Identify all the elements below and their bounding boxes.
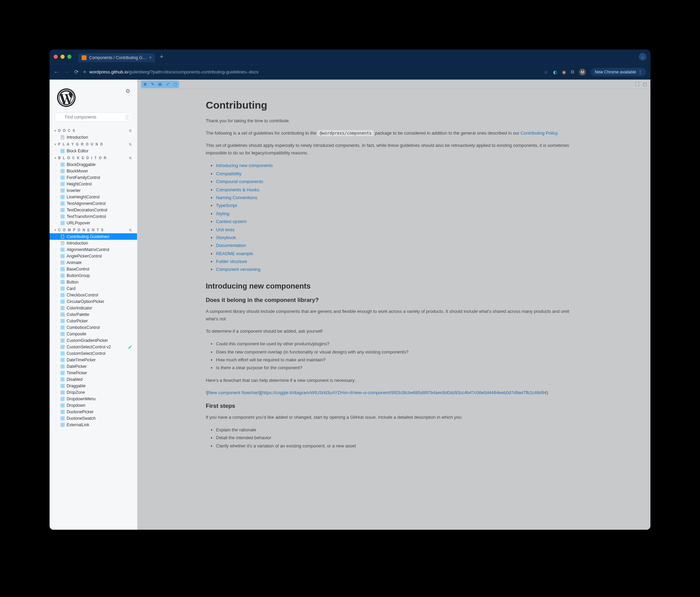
sidebar-item[interactable]: ›DuotoneSwatch xyxy=(50,415,137,421)
toc-link[interactable]: Naming Conventions xyxy=(216,195,257,200)
svg-rect-145 xyxy=(63,391,64,392)
toc-link[interactable]: Unit tests xyxy=(216,227,234,232)
sidebar-item[interactable]: ›AnglePickerControl xyxy=(50,253,137,259)
remount-icon[interactable]: ⊞ xyxy=(142,81,148,87)
sidebar-item[interactable]: ›TextDecorationControl xyxy=(50,207,137,213)
sidebar-item[interactable]: ›ColorPicker xyxy=(50,318,137,324)
toc-link[interactable]: Folder structure xyxy=(216,259,247,264)
toc-link[interactable]: Components & Hooks xyxy=(216,187,259,192)
toc-link[interactable]: Storybook xyxy=(216,235,236,240)
extension-2-icon[interactable]: ◉ xyxy=(562,69,566,75)
sidebar-item[interactable]: ›CustomGradientPicker xyxy=(50,337,137,344)
sidebar-item[interactable]: Contributing Guidelines xyxy=(50,233,137,240)
sidebar-item[interactable]: ›CircularOptionPicker xyxy=(50,298,137,305)
forward-button[interactable]: → xyxy=(64,69,69,75)
bookmark-icon[interactable]: ☆ xyxy=(544,69,548,75)
url-box[interactable]: ≡ wordpress.github.io/gutenberg/?path=/d… xyxy=(83,69,539,74)
fullscreen-icon[interactable]: ⛶ xyxy=(635,82,640,87)
toc-link[interactable]: Component versioning xyxy=(216,267,260,272)
section-header[interactable]: ▾P L A Y G R O U N D⇅ xyxy=(50,140,137,148)
sidebar-item[interactable]: ›ButtonGroup xyxy=(50,272,137,279)
sidebar-item[interactable]: ›ColorIndicator xyxy=(50,305,137,311)
reload-button[interactable]: ⟳ xyxy=(74,69,79,75)
sidebar-item[interactable]: ›Draggable xyxy=(50,383,137,389)
menu-icon[interactable]: ⋮ xyxy=(638,70,642,74)
sidebar-item[interactable]: ›DuotonePicker xyxy=(50,408,137,415)
sidebar-item[interactable]: ›ColorPalette xyxy=(50,311,137,318)
sidebar-item[interactable]: ›TextAlignmentControl xyxy=(50,200,137,207)
sidebar-item[interactable]: ›TextTransformControl xyxy=(50,213,137,220)
outline-icon[interactable]: ▢ xyxy=(172,81,178,87)
sidebar-item[interactable]: ›AlignmentMatrixControl xyxy=(50,246,137,253)
toc-link[interactable]: TypeScript xyxy=(216,203,237,208)
sidebar-item[interactable]: ›LineHeightControl xyxy=(50,194,137,200)
toc-link[interactable]: Compatibility xyxy=(216,171,241,176)
doc-canvas[interactable]: Contributing Thank you for taking the ti… xyxy=(137,89,650,530)
back-button[interactable]: ← xyxy=(54,69,59,75)
minimize-button[interactable] xyxy=(60,55,65,59)
site-info-icon[interactable]: ≡ xyxy=(83,69,86,74)
sidebar-item[interactable]: ›CustomSelectControl v2🧪 xyxy=(50,344,137,350)
svg-rect-77 xyxy=(63,280,64,282)
sidebar-item[interactable]: ›Inserter xyxy=(50,187,137,194)
sidebar-item[interactable]: ›BlockDraggable xyxy=(50,161,137,168)
section-header[interactable]: ▾D O C S⇅ xyxy=(50,127,137,134)
section-header[interactable]: ▾B L O C K E D I T O R⇅ xyxy=(50,154,137,161)
maximize-button[interactable] xyxy=(67,55,71,59)
sidebar-item-label: DropdownMenu xyxy=(67,397,96,401)
sidebar-item[interactable]: ›CheckboxControl xyxy=(50,292,137,298)
sidebar-item[interactable]: ›BlockMover xyxy=(50,168,137,174)
zoom-icon[interactable]: ✎ xyxy=(149,81,156,87)
sidebar-item[interactable]: Introduction xyxy=(50,134,137,140)
svg-rect-91 xyxy=(63,302,64,303)
sidebar-item[interactable]: ›CustomSelectControl xyxy=(50,350,137,357)
sidebar-item[interactable]: Introduction xyxy=(50,240,137,246)
browser-tab[interactable]: Components / Contributing G… × xyxy=(78,53,155,62)
document-icon xyxy=(60,135,65,139)
sidebar-item[interactable]: ›Card xyxy=(50,285,137,292)
sidebar-item[interactable]: ›URLPopover xyxy=(50,220,137,226)
sidebar-item[interactable]: ›HeightControl xyxy=(50,181,137,187)
tab-dropdown[interactable]: ⌄ xyxy=(639,53,646,60)
component-icon xyxy=(60,188,65,193)
sidebar-item[interactable]: ›ExternalLink xyxy=(50,421,137,428)
close-tab-icon[interactable]: × xyxy=(149,55,151,60)
sidebar-item[interactable]: ›DateTimePicker xyxy=(50,357,137,363)
toc-link[interactable]: Documentation xyxy=(216,243,246,248)
toc-link[interactable]: Introducing new components xyxy=(216,163,273,168)
settings-icon[interactable]: ⚙ xyxy=(125,88,130,94)
grid-icon[interactable]: ▤ xyxy=(157,81,163,87)
toc-link[interactable]: Styling xyxy=(216,211,229,216)
sidebar-item[interactable]: ›Block Editor xyxy=(50,148,137,154)
flowchart-label-link[interactable]: New component flowchart xyxy=(208,390,259,395)
close-button[interactable] xyxy=(54,55,58,59)
toc-link[interactable]: Context system xyxy=(216,219,247,224)
toc-link[interactable]: Compound components xyxy=(216,179,263,184)
sidebar-item[interactable]: ›Animate xyxy=(50,259,137,266)
expand-icon[interactable]: ⤢ xyxy=(164,81,171,87)
new-tab-button[interactable]: + xyxy=(160,53,163,60)
sidebar-item[interactable]: ›DropZone xyxy=(50,389,137,395)
sidebar-item[interactable]: ›Composite xyxy=(50,331,137,337)
sidebar-item[interactable]: ›BaseControl xyxy=(50,266,137,272)
extensions-icon[interactable]: ⧉ xyxy=(571,69,574,75)
sidebar-item[interactable]: ›FontFamilyControl xyxy=(50,174,137,181)
expand-caret-icon: › xyxy=(56,189,58,192)
profile-avatar[interactable]: M xyxy=(579,69,586,75)
sidebar-item[interactable]: ›DropdownMenu xyxy=(50,395,137,402)
sidebar-item[interactable]: ›TimePicker xyxy=(50,370,137,376)
open-tab-icon[interactable]: ▢ xyxy=(643,82,647,87)
extension-1-icon[interactable]: ◐ xyxy=(553,69,557,75)
sidebar-item[interactable]: ›Dropdown xyxy=(50,402,137,408)
sidebar-item[interactable]: ›Button xyxy=(50,279,137,285)
sidebar-item[interactable]: ›Disabled xyxy=(50,376,137,383)
chrome-update-pill[interactable]: New Chrome available ⋮ xyxy=(591,68,646,76)
search-input[interactable] xyxy=(54,112,132,122)
svg-rect-58 xyxy=(61,250,62,251)
section-header[interactable]: ▾C O M P O N E N T S⇅ xyxy=(50,226,137,233)
contributing-policy-link[interactable]: Contributing Policy xyxy=(521,130,557,136)
flowchart-url-link[interactable]: https://coggle.it/diagram/WtUSrld3uAYZHs… xyxy=(262,390,547,395)
sidebar-item[interactable]: ›ComboboxControl xyxy=(50,324,137,331)
sidebar-item[interactable]: ›DatePicker xyxy=(50,363,137,370)
toc-link[interactable]: README example xyxy=(216,251,253,256)
